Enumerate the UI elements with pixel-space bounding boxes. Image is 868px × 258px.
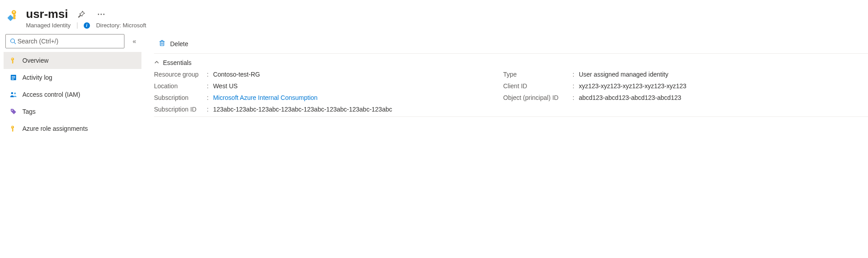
resource-header: usr-msi Managed Identity i Directory: Mi… [4,4,868,34]
svg-rect-18 [12,77,15,78]
resource-type-icon [7,9,21,24]
sidebar-item-access-control[interactable]: Access control (IAM) [4,86,141,103]
command-bar: Delete [154,34,868,54]
svg-point-24 [12,126,13,127]
essentials-row-location: Location : West US [154,82,476,90]
essentials-title: Essentials [163,59,192,66]
essentials-row-subscription: Subscription : Microsoft Azure Internal … [154,94,476,101]
sidebar-item-label: Tags [22,108,36,115]
svg-point-21 [14,93,16,95]
delete-label: Delete [170,40,188,47]
tag-icon [10,108,17,115]
people-icon [10,91,17,98]
svg-point-2 [13,11,14,13]
essentials-row-type: Type : User assigned managed identity [503,71,686,78]
collapse-sidebar-button[interactable]: « [131,36,138,47]
sidebar-item-azure-role-assignments[interactable]: Azure role assignments [4,120,141,137]
type-value: User assigned managed identity [579,71,668,78]
info-icon[interactable]: i [84,22,90,29]
svg-rect-28 [160,42,164,46]
client-id-value[interactable]: xyz123-xyz123-xyz123-xyz123-xyz123 [579,82,686,90]
sidebar-item-label: Azure role assignments [22,125,88,132]
subscription-link[interactable]: Microsoft Azure Internal Consumption [213,94,317,101]
sidebar-item-tags[interactable]: Tags [4,103,141,120]
svg-rect-17 [12,76,15,77]
directory-label: Directory: Microsoft [96,22,146,29]
essentials-toggle[interactable]: Essentials [154,59,868,66]
delete-button[interactable]: Delete [154,37,192,51]
object-id-value[interactable]: abcd123-abcd123-abcd123-abcd123 [579,94,681,101]
search-icon [9,38,17,45]
sidebar-search[interactable] [5,34,124,48]
pin-button[interactable] [75,8,88,21]
essentials-row-subscription-id: Subscription ID : 123abc-123abc-123abc-1… [154,106,476,113]
essentials-row-client-id: Client ID : xyz123-xyz123-xyz123-xyz123-… [503,82,686,90]
sidebar: « Overview [4,34,141,137]
svg-rect-14 [12,61,14,62]
log-icon [10,74,17,81]
trash-icon [158,39,166,48]
svg-point-6 [98,13,99,15]
divider [77,22,77,29]
location-value: West US [213,82,238,90]
resource-group-value[interactable]: Contoso-test-RG [213,71,260,78]
resource-type-label: Managed Identity [26,22,71,29]
page-title: usr-msi [26,7,68,21]
svg-point-8 [103,13,105,15]
svg-rect-15 [12,63,13,64]
svg-line-10 [14,43,16,44]
svg-rect-0 [7,15,13,21]
sidebar-item-activity-log[interactable]: Activity log [4,69,141,86]
sidebar-nav: Overview Activity log [4,52,141,137]
chevron-up-icon [154,60,159,66]
key-solid-icon [10,125,17,132]
sidebar-item-label: Activity log [22,74,52,81]
svg-rect-19 [12,79,14,79]
svg-rect-5 [13,18,15,19]
essentials-panel: Resource group : Contoso-test-RG Locatio… [154,71,868,117]
svg-rect-26 [12,129,14,130]
more-button[interactable] [95,8,107,21]
svg-point-20 [11,92,13,95]
subscription-id-value[interactable]: 123abc-123abc-123abc-123abc-123abc-123ab… [213,106,392,113]
key-icon [10,57,17,64]
svg-rect-4 [13,16,16,17]
svg-point-22 [12,110,13,111]
main-content: Delete Essentials Resource group [141,34,868,120]
svg-point-9 [11,39,15,43]
search-input[interactable] [17,37,120,45]
svg-point-12 [12,58,13,59]
svg-point-7 [101,13,102,15]
sidebar-item-label: Overview [22,57,48,64]
sidebar-item-label: Access control (IAM) [22,91,80,98]
sidebar-item-overview[interactable]: Overview [4,52,141,69]
essentials-row-object-id: Object (principal) ID : abcd123-abcd123-… [503,94,686,101]
essentials-row-resource-group: Resource group : Contoso-test-RG [154,71,476,78]
svg-rect-27 [12,131,13,132]
